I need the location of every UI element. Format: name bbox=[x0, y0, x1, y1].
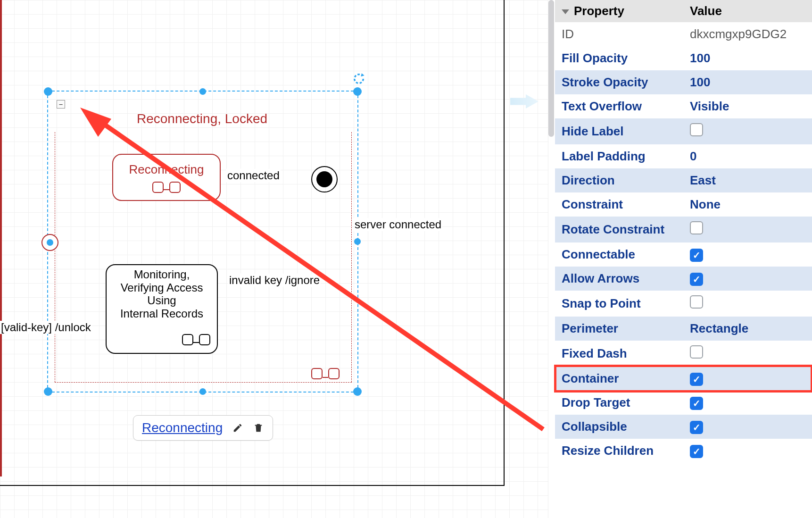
property-row[interactable]: Connectable bbox=[555, 242, 812, 267]
property-value[interactable]: East bbox=[683, 168, 812, 192]
edge-label-valid-key: [valid-key] /unlock bbox=[0, 321, 92, 334]
property-value[interactable] bbox=[683, 391, 812, 415]
property-value[interactable]: 100 bbox=[683, 70, 812, 94]
property-key: Collapsible bbox=[555, 415, 683, 439]
canvas-red-edge bbox=[0, 0, 2, 476]
property-key: ID bbox=[555, 22, 683, 46]
checkbox[interactable] bbox=[690, 123, 703, 136]
pencil-icon[interactable] bbox=[232, 422, 243, 434]
property-value[interactable] bbox=[683, 367, 812, 391]
property-key: Stroke Opacity bbox=[555, 70, 683, 94]
property-key: Direction bbox=[555, 168, 683, 192]
property-key: Rotate Constraint bbox=[555, 217, 683, 242]
checkbox[interactable] bbox=[690, 295, 703, 309]
state-reconnecting-label: Reconnecting bbox=[129, 162, 204, 176]
property-row[interactable]: Container bbox=[555, 367, 812, 391]
property-key: Fill Opacity bbox=[555, 46, 683, 70]
state-monitoring[interactable]: Monitoring, Verifying Access Using Inter… bbox=[106, 264, 218, 354]
property-value[interactable]: None bbox=[683, 192, 812, 217]
property-value[interactable] bbox=[683, 217, 812, 242]
property-row[interactable]: IDdkxcmgxp9GDG2 bbox=[555, 22, 812, 46]
diagram-canvas[interactable]: − Reconnecting, Locked Reconnecting Moni… bbox=[0, 0, 548, 518]
checkbox[interactable] bbox=[690, 373, 703, 386]
property-value[interactable]: 100 bbox=[683, 46, 812, 70]
resize-handle-sw[interactable] bbox=[44, 387, 52, 396]
state-monitoring-label: Monitoring, Verifying Access Using Inter… bbox=[120, 268, 203, 320]
submachine-icon bbox=[182, 334, 193, 345]
submachine-icon bbox=[169, 182, 181, 193]
checkbox[interactable] bbox=[690, 445, 703, 458]
checkbox[interactable] bbox=[690, 273, 703, 286]
property-row[interactable]: Label Padding0 bbox=[555, 144, 812, 168]
resize-handle-e[interactable] bbox=[354, 238, 361, 245]
property-row[interactable]: Drop Target bbox=[555, 391, 812, 415]
name-editor[interactable]: Reconnecting bbox=[133, 415, 273, 441]
property-row[interactable]: PerimeterRectangle bbox=[555, 317, 812, 341]
property-key: Fixed Dash bbox=[555, 341, 683, 367]
resize-handle-ne[interactable] bbox=[353, 87, 362, 96]
connection-point-dot bbox=[47, 239, 53, 246]
property-key: Constraint bbox=[555, 192, 683, 217]
property-row[interactable]: Text OverflowVisible bbox=[555, 94, 812, 118]
trash-icon[interactable] bbox=[253, 422, 264, 434]
property-value[interactable]: Rectangle bbox=[683, 317, 812, 341]
collapse-toggle[interactable]: − bbox=[57, 100, 65, 109]
property-value[interactable] bbox=[683, 439, 812, 463]
property-row[interactable]: Collapsible bbox=[555, 415, 812, 439]
property-header-row: Property Value bbox=[555, 0, 812, 22]
edge-layer bbox=[0, 0, 141, 71]
final-state-dot bbox=[316, 171, 332, 187]
property-row[interactable]: DirectionEast bbox=[555, 168, 812, 192]
resize-handle-n[interactable] bbox=[199, 88, 206, 95]
property-row[interactable]: Rotate Constraint bbox=[555, 217, 812, 242]
rotate-handle[interactable] bbox=[352, 72, 363, 83]
property-value[interactable] bbox=[683, 415, 812, 439]
submachine-icon bbox=[152, 182, 164, 193]
checkbox[interactable] bbox=[690, 221, 703, 234]
group-inner-outline-bottom bbox=[55, 382, 352, 383]
property-row[interactable]: Resize Children bbox=[555, 439, 812, 463]
property-key: Snap to Point bbox=[555, 291, 683, 317]
property-value[interactable]: dkxcmgxp9GDG2 bbox=[683, 22, 812, 46]
property-table: Property Value IDdkxcmgxp9GDG2Fill Opaci… bbox=[555, 0, 812, 463]
property-key: Drop Target bbox=[555, 391, 683, 415]
checkbox[interactable] bbox=[690, 397, 703, 410]
property-value[interactable]: 0 bbox=[683, 144, 812, 168]
property-row[interactable]: Hide Label bbox=[555, 118, 812, 144]
submachine-icon bbox=[199, 334, 210, 345]
property-value[interactable]: Visible bbox=[683, 94, 812, 118]
checkbox[interactable] bbox=[690, 421, 703, 434]
property-row[interactable]: Allow Arrows bbox=[555, 267, 812, 291]
header-property: Property bbox=[574, 4, 624, 18]
property-key: Container bbox=[555, 367, 683, 391]
edge-label-server-connected: server connected bbox=[354, 218, 442, 231]
checkbox[interactable] bbox=[690, 345, 703, 359]
property-row[interactable]: ConstraintNone bbox=[555, 192, 812, 217]
scrollbar[interactable] bbox=[548, 0, 554, 137]
submachine-link-icon bbox=[323, 377, 328, 378]
property-key: Perimeter bbox=[555, 317, 683, 341]
property-key: Text Overflow bbox=[555, 94, 683, 118]
edge-label-connected: connected bbox=[226, 169, 281, 182]
property-key: Resize Children bbox=[555, 439, 683, 463]
resize-handle-se[interactable] bbox=[353, 387, 362, 396]
property-row[interactable]: Fill Opacity100 bbox=[555, 46, 812, 70]
property-value[interactable] bbox=[683, 242, 812, 267]
disclosure-triangle-icon[interactable] bbox=[562, 9, 569, 14]
property-row[interactable]: Snap to Point bbox=[555, 291, 812, 317]
initial-pseudostate[interactable] bbox=[41, 234, 58, 251]
final-state[interactable] bbox=[311, 166, 338, 192]
name-editor-link[interactable]: Reconnecting bbox=[142, 420, 223, 435]
resize-handle-s[interactable] bbox=[199, 388, 206, 395]
resize-handle-nw[interactable] bbox=[44, 87, 52, 96]
property-key: Allow Arrows bbox=[555, 267, 683, 291]
property-row[interactable]: Fixed Dash bbox=[555, 341, 812, 367]
property-value[interactable] bbox=[683, 341, 812, 367]
state-reconnecting[interactable]: Reconnecting bbox=[112, 154, 221, 201]
property-value[interactable] bbox=[683, 118, 812, 144]
property-row[interactable]: Stroke Opacity100 bbox=[555, 70, 812, 94]
property-key: Connectable bbox=[555, 242, 683, 267]
checkbox[interactable] bbox=[690, 249, 703, 262]
property-value[interactable] bbox=[683, 291, 812, 317]
property-value[interactable] bbox=[683, 267, 812, 291]
